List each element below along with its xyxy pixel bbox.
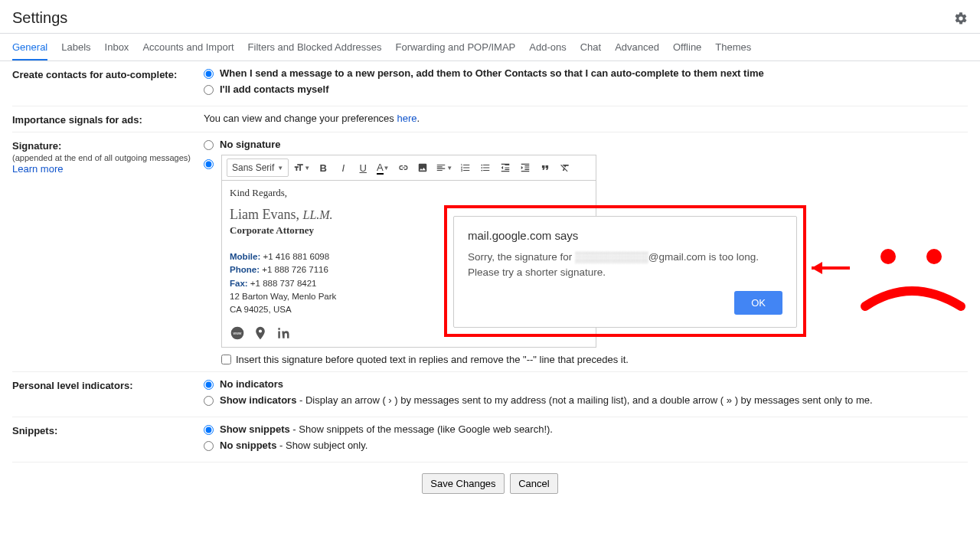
alert-dialog: mail.google.com says Sorry, the signatur… <box>453 216 797 328</box>
row-contacts: Create contacts for auto-complete: When … <box>12 61 968 106</box>
indicators-radio-show[interactable] <box>204 396 214 406</box>
bullet-list-button[interactable] <box>477 159 494 177</box>
signature-toolbar: Sans Serif▼ ▼ B I U A▼ ▼ <box>222 155 596 181</box>
indicators-radio-none[interactable] <box>204 380 214 390</box>
settings-tabs: General Labels Inbox Accounts and Import… <box>0 33 980 61</box>
annotation-sad-face <box>812 245 980 339</box>
location-icon <box>253 325 268 341</box>
contacts-label: Create contacts for auto-complete: <box>12 69 177 80</box>
snippets-opt2-b: No snippets <box>220 440 276 451</box>
signature-label: Signature: <box>12 140 61 152</box>
indicators-opt2-rest: - Display an arrow ( › ) by messages sen… <box>296 394 872 406</box>
image-button[interactable] <box>414 159 431 177</box>
sig-name: Liam Evans, <box>230 207 299 222</box>
tab-themes[interactable]: Themes <box>715 34 751 60</box>
sig-phone: +1 888 726 7116 <box>260 265 328 274</box>
indicators-opt1: No indicators <box>220 378 283 390</box>
dialog-title: mail.google.com says <box>468 229 782 242</box>
contacts-radio-auto[interactable] <box>204 69 214 79</box>
ads-text: You can view and change your preferences <box>204 113 397 124</box>
sig-fax: +1 888 737 8421 <box>248 279 317 288</box>
dialog-highlight-frame: mail.google.com says Sorry, the signatur… <box>444 205 806 337</box>
snippets-label: Snippets: <box>12 425 57 436</box>
italic-button[interactable]: I <box>335 159 351 177</box>
sig-greeting: Kind Regards, <box>230 187 588 199</box>
row-ads: Importance signals for ads: You can view… <box>12 106 968 132</box>
page-title: Settings <box>12 9 67 27</box>
contacts-radio-manual[interactable] <box>204 85 214 95</box>
indent-less-button[interactable] <box>497 159 514 177</box>
signature-checkbox-label: Insert this signature before quoted text… <box>236 354 629 365</box>
quote-button[interactable] <box>537 159 554 177</box>
text-color-button[interactable]: A▼ <box>374 159 391 177</box>
row-snippets: Snippets: Show snippets - Show snippets … <box>12 417 968 462</box>
indicators-opt2-b: Show indicators <box>220 394 296 406</box>
indent-more-button[interactable] <box>517 159 534 177</box>
tab-addons[interactable]: Add-ons <box>529 34 566 60</box>
dialog-email-redacted: ▒▒▒▒▒▒▒▒▒▒ <box>575 251 648 263</box>
save-button[interactable]: Save Changes <box>422 473 504 494</box>
signature-sub: (appended at the end of all outgoing mes… <box>12 153 191 162</box>
tab-forwarding[interactable]: Forwarding and POP/IMAP <box>395 34 515 60</box>
numbered-list-button[interactable] <box>457 159 474 177</box>
tab-advanced[interactable]: Advanced <box>615 34 659 60</box>
tab-chat[interactable]: Chat <box>580 34 601 60</box>
font-select[interactable]: Sans Serif▼ <box>227 159 289 177</box>
tab-labels[interactable]: Labels <box>61 34 90 60</box>
signature-learn-more[interactable]: Learn more <box>12 163 63 175</box>
align-button[interactable]: ▼ <box>434 159 454 177</box>
sig-phone-label: Phone: <box>230 265 260 274</box>
signature-radio-custom[interactable] <box>204 159 214 169</box>
snippets-radio-none[interactable] <box>204 441 214 451</box>
tab-offline[interactable]: Offline <box>673 34 701 60</box>
linkedin-icon <box>276 325 291 341</box>
cancel-button[interactable]: Cancel <box>510 473 557 494</box>
sig-mobile-label: Mobile: <box>230 252 260 261</box>
tab-inbox[interactable]: Inbox <box>105 34 129 60</box>
sig-degree: LL.M. <box>302 208 332 221</box>
underline-button[interactable]: U <box>354 159 371 177</box>
footer-buttons: Save Changes Cancel <box>12 462 968 517</box>
svg-marker-4 <box>812 262 822 274</box>
signature-radio-none[interactable] <box>204 140 214 150</box>
sig-mobile: +1 416 881 6098 <box>260 252 329 261</box>
svg-text:www: www <box>234 331 242 335</box>
ads-period: . <box>417 113 420 124</box>
snippets-radio-show[interactable] <box>204 425 214 435</box>
snippets-opt1-b: Show snippets <box>220 423 290 435</box>
ads-link[interactable]: here <box>397 113 416 124</box>
sig-fax-label: Fax: <box>230 279 248 288</box>
remove-format-button[interactable] <box>557 159 573 177</box>
bold-button[interactable]: B <box>315 159 332 177</box>
signature-opt1: No signature <box>220 139 280 150</box>
tab-general[interactable]: General <box>12 34 47 60</box>
svg-point-5 <box>880 249 896 264</box>
dialog-ok-button[interactable]: OK <box>734 291 782 315</box>
tab-accounts[interactable]: Accounts and Import <box>142 34 234 60</box>
dialog-message: Sorry, the signature for ▒▒▒▒▒▒▒▒▒▒@gmai… <box>468 250 782 291</box>
contacts-opt1: When I send a message to a new person, a… <box>220 67 764 79</box>
row-indicators: Personal level indicators: No indicators… <box>12 372 968 417</box>
contacts-opt2: I'll add contacts myself <box>220 83 329 95</box>
signature-before-quoted-checkbox[interactable] <box>221 355 231 364</box>
settings-header: Settings <box>0 0 980 33</box>
svg-point-6 <box>926 249 942 264</box>
gear-icon[interactable] <box>954 11 968 25</box>
snippets-opt2-rest: - Show subject only. <box>276 440 368 451</box>
www-icon: www <box>230 325 245 341</box>
snippets-opt1-rest: - Show snippets of the message (like Goo… <box>290 423 553 435</box>
link-button[interactable] <box>394 159 411 177</box>
ads-label: Importance signals for ads: <box>12 114 142 126</box>
font-size-button[interactable]: ▼ <box>292 159 312 177</box>
tab-filters[interactable]: Filters and Blocked Addresses <box>248 34 382 60</box>
indicators-label: Personal level indicators: <box>12 380 133 391</box>
